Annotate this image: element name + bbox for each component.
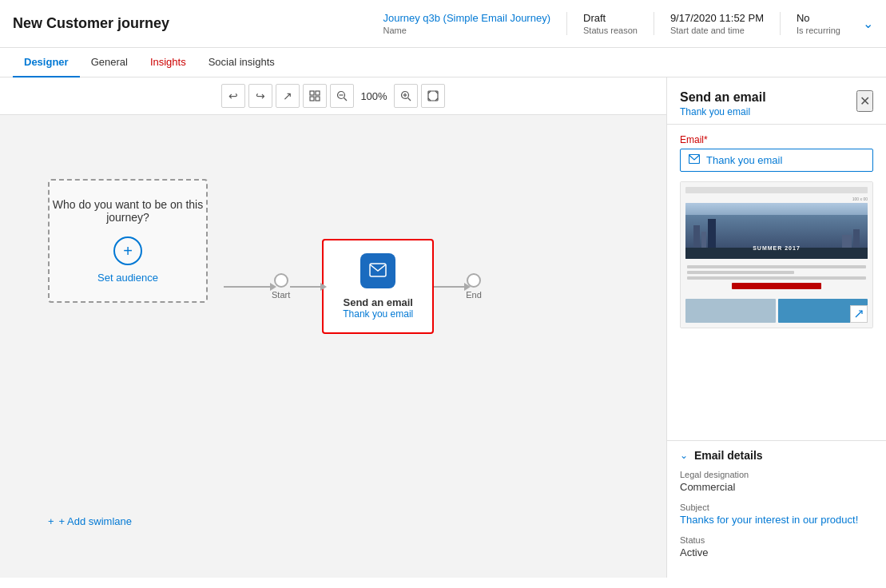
preview-text-line-1 xyxy=(687,265,866,268)
panel-close-button[interactable]: ✕ xyxy=(856,90,873,112)
email-input-wrap[interactable]: Thank you email xyxy=(680,149,873,172)
status-value: Active xyxy=(680,546,873,558)
email-node-subtitle: Thank you email xyxy=(343,308,413,320)
add-swimlane-button[interactable]: + + Add swimlane xyxy=(48,515,132,527)
canvas-area: ↩ ↪ ↗ 100% xyxy=(0,77,666,578)
subject-label: Subject xyxy=(680,503,873,512)
undo-button[interactable]: ↩ xyxy=(221,84,245,108)
expand-button[interactable]: ↗ xyxy=(276,84,300,108)
redo-button[interactable]: ↪ xyxy=(248,84,272,108)
status-label: Status xyxy=(680,535,873,545)
email-icon-wrap xyxy=(360,253,395,288)
email-node-title: Send an email xyxy=(344,296,413,308)
preview-city-image: SUMMER 2017 xyxy=(685,203,868,259)
journey-name-meta: Journey q3b (Simple Email Journey) Name xyxy=(367,12,566,35)
email-preview: 100 x 00 SUMMER 2017 xyxy=(680,181,873,328)
preview-city-text: SUMMER 2017 xyxy=(685,245,868,251)
canvas-toolbar: ↩ ↪ ↗ 100% xyxy=(0,77,666,115)
panel-subtitle: Thank you email xyxy=(680,106,766,117)
add-swimlane-label: + Add swimlane xyxy=(59,515,132,527)
page-title: New Customer journey xyxy=(13,15,169,32)
journey-name-label: Name xyxy=(383,26,406,35)
svg-line-5 xyxy=(344,98,348,101)
status-meta: Draft Status reason xyxy=(566,12,654,35)
section-title: Email details xyxy=(694,449,763,462)
preview-text-line-3 xyxy=(687,276,866,280)
grid-button[interactable] xyxy=(303,84,327,108)
svg-rect-2 xyxy=(310,97,314,101)
tab-social-insights[interactable]: Social insights xyxy=(197,48,286,77)
subject-value: Thanks for your interest in our product! xyxy=(680,514,873,526)
email-node[interactable]: Send an email Thank you email xyxy=(322,239,434,334)
set-audience-link[interactable]: Set audience xyxy=(97,272,158,284)
recurring-label: Is recurring xyxy=(797,26,840,35)
email-node-box[interactable]: Send an email Thank you email xyxy=(322,239,434,334)
status-value: Draft xyxy=(583,12,606,24)
preview-bottom-img-1 xyxy=(685,299,776,323)
preview-text-lines xyxy=(685,262,868,296)
email-input-value: Thank you email xyxy=(706,154,782,166)
panel-header: Send an email Thank you email ✕ xyxy=(667,77,886,125)
legal-designation-field: Legal designation Commercial xyxy=(680,470,873,493)
section-chevron-icon: ⌄ xyxy=(680,450,688,461)
audience-box: Who do you want to be on this journey? +… xyxy=(48,179,208,303)
main-content: ↩ ↪ ↗ 100% xyxy=(0,77,886,578)
zoom-in-button[interactable] xyxy=(394,84,418,108)
end-label: End xyxy=(466,290,482,300)
status-field: Status Active xyxy=(680,535,873,558)
start-date-meta: 9/17/2020 11:52 PM Start date and time xyxy=(654,12,780,35)
email-field-icon xyxy=(689,154,700,166)
email-details-section: ⌄ Email details Legal designation Commer… xyxy=(667,440,886,578)
tab-insights[interactable]: Insights xyxy=(139,48,197,77)
preview-bottom-images xyxy=(685,299,868,323)
tab-general[interactable]: General xyxy=(80,48,139,77)
section-body: Legal designation Commercial Subject Tha… xyxy=(667,470,886,578)
audience-plus-button[interactable]: + xyxy=(113,236,142,265)
preview-image-block: SUMMER 2017 xyxy=(685,203,868,259)
app-header: New Customer journey Journey q3b (Simple… xyxy=(0,0,886,48)
svg-rect-1 xyxy=(316,91,320,95)
tab-designer[interactable]: Designer xyxy=(13,48,80,77)
svg-rect-12 xyxy=(370,264,386,276)
plus-icon: + xyxy=(48,515,54,527)
panel-title: Send an email xyxy=(680,90,766,105)
preview-text-line-2 xyxy=(687,271,794,274)
preview-expand-button[interactable] xyxy=(850,305,868,323)
svg-rect-0 xyxy=(310,91,314,95)
audience-text: Who do you want to be on this journey? xyxy=(50,198,206,224)
panel-title-group: Send an email Thank you email xyxy=(680,90,766,117)
start-date-label: Start date and time xyxy=(670,26,745,35)
svg-line-8 xyxy=(407,98,411,101)
header-chevron-icon[interactable]: ⌄ xyxy=(856,16,873,31)
start-date-value: 9/17/2020 11:52 PM xyxy=(670,12,764,24)
preview-cta-button xyxy=(732,283,821,289)
preview-header-bar xyxy=(685,187,868,193)
zoom-out-button[interactable] xyxy=(330,84,354,108)
preview-mock: 100 x 00 SUMMER 2017 xyxy=(681,182,872,328)
email-envelope-icon xyxy=(369,263,387,280)
email-field-label: Email* xyxy=(680,134,873,145)
panel-body: Email* Thank you email 100 x 00 xyxy=(667,125,886,440)
right-panel: Send an email Thank you email ✕ Email* T… xyxy=(666,77,886,578)
status-label: Status reason xyxy=(583,26,638,35)
journey-name-value: Journey q3b (Simple Email Journey) xyxy=(383,12,550,24)
start-label: Start xyxy=(272,290,290,300)
svg-rect-3 xyxy=(316,97,320,101)
fullscreen-button[interactable] xyxy=(421,84,445,108)
recurring-value: No xyxy=(797,12,810,24)
legal-designation-label: Legal designation xyxy=(680,470,873,479)
header-meta: Journey q3b (Simple Email Journey) Name … xyxy=(367,12,873,35)
recurring-meta: No Is recurring xyxy=(780,12,856,35)
legal-designation-value: Commercial xyxy=(680,481,873,493)
zoom-value: 100% xyxy=(357,90,390,102)
subject-field: Subject Thanks for your interest in our … xyxy=(680,503,873,526)
flow-area: Start xyxy=(224,239,482,334)
section-header[interactable]: ⌄ Email details xyxy=(667,440,886,470)
tab-bar: Designer General Insights Social insight… xyxy=(0,48,886,77)
